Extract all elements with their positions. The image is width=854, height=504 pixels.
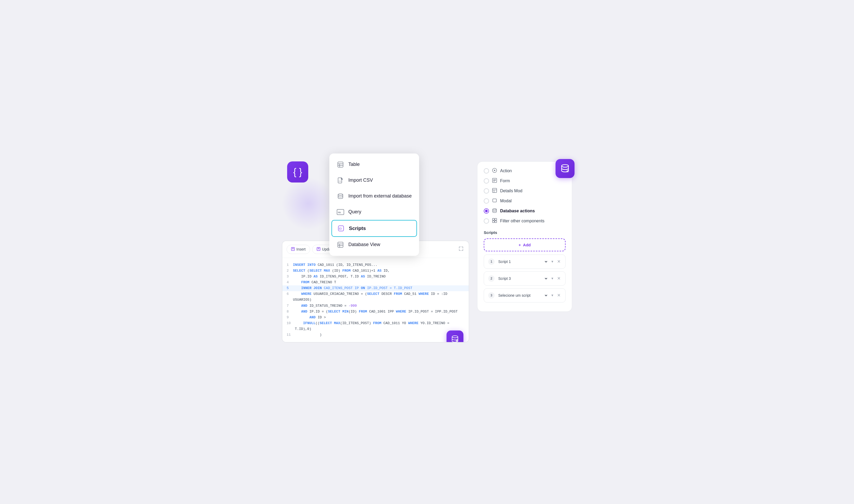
svg-point-26 <box>562 165 569 167</box>
svg-rect-41 <box>492 221 494 222</box>
modal-label: Modal <box>500 199 512 203</box>
code-line-1: 1 INSERT INTO CAD_1011 (ID, ID_ITENS_POS… <box>282 262 469 268</box>
code-line-8: 8 AND IP.ID = (SELECT MIN(ID) FROM CAD_1… <box>282 309 469 314</box>
modal-icon <box>492 198 497 204</box>
radio-circle-database-actions <box>484 208 489 214</box>
script-select-1[interactable]: Script 1 Script 2 Script 3 <box>497 259 548 264</box>
radio-action[interactable]: Action <box>484 168 565 174</box>
database-actions-icon <box>492 208 497 214</box>
action-icon <box>492 168 497 174</box>
form-icon <box>492 178 497 184</box>
scripts-section-title: Scripts <box>484 230 565 235</box>
scripts-label: Scripts <box>349 226 366 231</box>
details-mod-label: Details Mod <box>500 188 522 193</box>
svg-point-24 <box>452 336 458 338</box>
svg-point-38 <box>493 209 496 210</box>
right-panel: Action Form Details Mod <box>477 161 572 312</box>
dropdown-item-scripts[interactable]: {} Scripts <box>331 220 417 237</box>
details-mod-icon <box>492 188 497 194</box>
code-line-2: 2 SELECT (SELECT MAX (ID) FROM CAD_1011)… <box>282 268 469 274</box>
insert-label: Insert <box>296 247 306 251</box>
script-chevron-1: ▼ <box>551 260 554 264</box>
code-line-11: 11 ) <box>282 332 469 338</box>
svg-text:CSV: CSV <box>338 180 342 182</box>
svg-rect-11 <box>338 242 343 247</box>
svg-point-6 <box>338 194 343 195</box>
radio-circle-modal <box>484 198 489 204</box>
dropdown-item-database-view[interactable]: Database View <box>331 237 417 253</box>
action-label: Action <box>500 168 512 173</box>
code-line-6: 6 WHERE USUARIO_CRIACAO_TREINO = (SELECT… <box>282 291 469 303</box>
svg-rect-0 <box>338 162 343 167</box>
insert-icon <box>291 247 295 252</box>
filter-icon <box>492 218 497 224</box>
code-line-7: 7 AND ID_STATUS_TREINO = -999 <box>282 303 469 309</box>
right-panel-fab[interactable] <box>556 159 575 178</box>
radio-database-actions[interactable]: Database actions <box>484 208 565 214</box>
filter-other-label: Filter other components <box>500 219 544 223</box>
svg-rect-37 <box>493 199 496 202</box>
code-line-3: 3 IP.ID AS ID_ITENS_POST, T.ID AS ID_TRE… <box>282 274 469 280</box>
insert-button[interactable]: Insert <box>286 245 310 254</box>
csv-icon: CSV <box>336 176 345 185</box>
script-item-2: 2 Script 3 Script 1 Script 2 ▼ ✕ <box>484 271 565 286</box>
script-item-3: 3 Selecione um script Script 1 Script 2 … <box>484 288 565 303</box>
main-container: { } Table CSV Import CSV <box>282 161 572 343</box>
db-fab-button[interactable] <box>447 330 464 343</box>
add-icon: + <box>519 242 521 247</box>
script-chevron-2: ▼ <box>551 277 554 280</box>
code-editor: Insert Update Delete <box>282 240 469 343</box>
script-remove-2[interactable]: ✕ <box>557 275 561 282</box>
form-label: Form <box>500 179 510 183</box>
left-area: { } Table CSV Import CSV <box>282 161 469 343</box>
radio-circle-filter <box>484 218 489 224</box>
radio-modal[interactable]: Modal <box>484 198 565 204</box>
query-label: Query <box>348 209 361 215</box>
radio-filter-other[interactable]: Filter other components <box>484 218 565 224</box>
code-line-10: 10 IFNULL((SELECT MAX(ID_ITENS_POST) FRO… <box>282 321 469 332</box>
dropdown-item-import-csv[interactable]: CSV Import CSV <box>331 173 417 188</box>
svg-rect-39 <box>492 218 494 220</box>
script-num-1: 1 <box>488 258 494 265</box>
logo-icon: { } <box>293 166 302 178</box>
add-label: Add <box>523 242 531 247</box>
table-icon <box>336 160 345 169</box>
radio-form[interactable]: Form <box>484 178 565 184</box>
import-csv-label: Import CSV <box>348 178 373 183</box>
dropdown-item-query[interactable]: SQL Query <box>331 204 417 220</box>
database-actions-label: Database actions <box>500 209 535 213</box>
update-icon <box>317 247 320 252</box>
query-icon: SQL <box>336 208 345 216</box>
svg-rect-34 <box>492 188 497 193</box>
scripts-icon: {} <box>337 224 345 233</box>
code-line-9: 9 AND ID > <box>282 314 469 321</box>
radio-details-mod[interactable]: Details Mod <box>484 188 565 194</box>
code-line-5: 5 INNER JOIN CAD_ITENS_POST IP ON IP.ID_… <box>282 285 469 291</box>
radio-circle-details <box>484 188 489 194</box>
script-num-3: 3 <box>488 292 494 299</box>
script-select-2[interactable]: Script 3 Script 1 Script 2 <box>497 276 548 281</box>
table-label: Table <box>348 162 360 167</box>
bg-decoration <box>282 177 335 230</box>
script-select-3[interactable]: Selecione um script Script 1 Script 2 Sc… <box>497 293 548 298</box>
expand-button[interactable] <box>458 245 465 253</box>
svg-text:SQL: SQL <box>338 212 341 214</box>
script-chevron-3: ▼ <box>551 293 554 297</box>
svg-rect-42 <box>495 221 497 222</box>
radio-group: Action Form Details Mod <box>484 168 565 224</box>
external-db-icon <box>336 192 345 200</box>
dropdown-menu: Table CSV Import CSV Import from externa… <box>329 154 419 256</box>
radio-circle-action <box>484 168 489 174</box>
svg-marker-29 <box>494 169 495 171</box>
code-line-4: 4 FROM CAD_TREINO T <box>282 280 469 285</box>
script-remove-3[interactable]: ✕ <box>557 292 561 298</box>
dropdown-item-import-external[interactable]: Import from external database <box>331 188 417 204</box>
add-script-button[interactable]: + Add <box>484 238 565 251</box>
script-num-2: 2 <box>488 275 494 282</box>
code-content: 1 INSERT INTO CAD_1011 (ID, ID_ITENS_POS… <box>282 258 469 342</box>
dropdown-item-table[interactable]: Table <box>331 157 417 173</box>
app-logo: { } <box>287 161 308 182</box>
script-remove-1[interactable]: ✕ <box>557 258 561 265</box>
database-view-icon <box>336 240 345 249</box>
import-external-label: Import from external database <box>348 193 412 199</box>
